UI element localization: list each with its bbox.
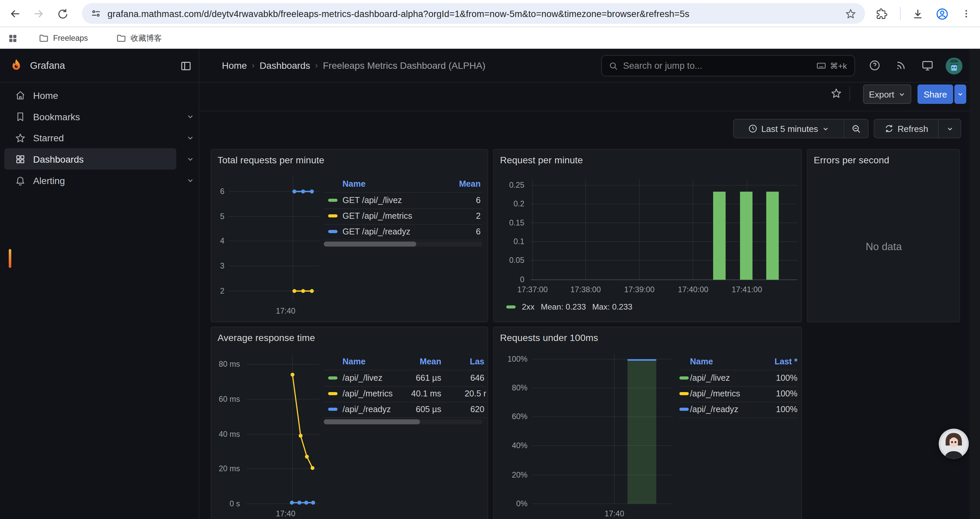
- bookmark-label[interactable]: 收藏博客: [131, 33, 162, 43]
- kiosk-monitor-icon[interactable]: [921, 59, 934, 72]
- forward-icon[interactable]: [31, 6, 46, 21]
- breadcrumb-current: Freeleaps Metrics Dashboard (ALPHA): [323, 60, 485, 71]
- reload-icon[interactable]: [55, 6, 70, 21]
- news-rss-icon[interactable]: [895, 59, 907, 72]
- legend-header-last[interactable]: Last *: [775, 357, 797, 366]
- url-bar[interactable]: grafana.mathmast.com/d/deytv4rwavabkb/fr…: [82, 3, 865, 24]
- series-color-pill[interactable]: [328, 230, 337, 233]
- share-dropdown-button[interactable]: [954, 85, 966, 104]
- bookmark-star-icon[interactable]: [845, 8, 856, 19]
- bookmark-folder-freeleaps[interactable]: Freeleaps: [39, 31, 88, 46]
- legend-mean: 6: [476, 227, 480, 236]
- chevron-down-icon[interactable]: [186, 176, 194, 184]
- series-color-pill[interactable]: [679, 376, 689, 379]
- x-tick: 17:40: [276, 509, 296, 518]
- legend-header-mean[interactable]: Mean: [459, 179, 480, 189]
- chevron-down-icon[interactable]: [186, 155, 194, 163]
- url-text[interactable]: grafana.mathmast.com/d/deytv4rwavabkb/fr…: [107, 8, 689, 18]
- legend-name[interactable]: /api/_/metrics: [690, 389, 740, 398]
- panel-title[interactable]: Request per minute: [500, 155, 583, 165]
- export-button[interactable]: Export: [863, 85, 911, 104]
- apps-grid-icon[interactable]: [7, 31, 18, 46]
- y-tick: 40%: [512, 441, 528, 450]
- timeseries-chart[interactable]: [246, 355, 319, 508]
- series-color-pill[interactable]: [328, 199, 337, 202]
- search-input[interactable]: Search or jump to... ⌘+k: [601, 55, 855, 77]
- toolbar-divider: [900, 7, 900, 20]
- legend-last: 100%: [776, 374, 797, 383]
- legend-name[interactable]: /api/_/readyz: [342, 404, 391, 414]
- legend-header-mean[interactable]: Mean: [420, 357, 441, 366]
- star-dashboard-icon[interactable]: [830, 88, 842, 99]
- share-button[interactable]: Share: [918, 85, 953, 104]
- legend-name[interactable]: /api/_/livez: [342, 374, 383, 383]
- legend-name[interactable]: /api/_/readyz: [690, 404, 738, 414]
- legend-name[interactable]: /api/_/livez: [690, 374, 730, 383]
- refresh-interval-dropdown[interactable]: [939, 119, 961, 138]
- legend-name[interactable]: /api/_/metrics: [342, 389, 393, 398]
- panel-title[interactable]: Requests under 100ms: [500, 332, 598, 343]
- legend-name[interactable]: GET /api/_/readyz: [342, 227, 410, 236]
- series-color-pill[interactable]: [328, 408, 337, 411]
- legend-name[interactable]: GET /api/_/metrics: [342, 211, 412, 220]
- chevron-down-icon[interactable]: [186, 134, 194, 142]
- legend-header-name[interactable]: Name: [342, 357, 366, 366]
- sidebar-item-starred[interactable]: Starred: [4, 127, 176, 148]
- series-color-pill[interactable]: [506, 305, 516, 308]
- breadcrumb-dashboards[interactable]: Dashboards: [259, 60, 310, 71]
- help-icon[interactable]: [869, 59, 881, 72]
- browser-toolbar: grafana.mathmast.com/d/deytv4rwavabkb/fr…: [0, 0, 980, 27]
- breadcrumb-separator: ›: [247, 61, 259, 70]
- legend-last: 100%: [776, 404, 797, 414]
- refresh-button[interactable]: Refresh: [873, 119, 939, 138]
- legend-max: Max: 0.233: [592, 302, 632, 311]
- search-shortcut: ⌘+k: [830, 61, 847, 70]
- time-range-picker[interactable]: Last 5 minutes: [733, 119, 845, 138]
- breadcrumb-separator: ›: [310, 61, 323, 70]
- extensions-icon[interactable]: [874, 6, 889, 21]
- breadcrumb-home[interactable]: Home: [222, 60, 247, 71]
- legend-header-name[interactable]: Name: [690, 357, 713, 366]
- series-color-pill[interactable]: [679, 392, 689, 395]
- legend-name[interactable]: GET /api/_/livez: [342, 196, 402, 205]
- dock-menu-icon[interactable]: [180, 60, 192, 72]
- user-avatar[interactable]: [946, 57, 963, 75]
- timeseries-chart[interactable]: [229, 176, 320, 304]
- zoom-out-button[interactable]: [844, 119, 869, 138]
- series-color-pill[interactable]: [679, 408, 689, 411]
- sidebar-item-bookmarks[interactable]: Bookmarks: [4, 106, 176, 127]
- legend-header-name[interactable]: Name: [342, 179, 366, 189]
- legend-name[interactable]: 2xx: [522, 302, 535, 311]
- series-color-pill[interactable]: [328, 376, 337, 379]
- y-tick: 40 ms: [219, 430, 240, 439]
- panel-title[interactable]: Average response time: [218, 332, 315, 343]
- legend-header-last[interactable]: Las: [470, 357, 485, 366]
- panel-title[interactable]: Total requests per minute: [218, 155, 324, 165]
- legend-scrollbar[interactable]: [324, 241, 483, 246]
- browser-menu-icon[interactable]: [959, 6, 974, 21]
- sidebar-item-dashboards[interactable]: Dashboards: [4, 148, 176, 170]
- site-settings-icon[interactable]: [91, 8, 102, 19]
- bookmark-label[interactable]: Freeleaps: [53, 34, 88, 42]
- bookmark-folder-blogs[interactable]: 收藏博客: [116, 31, 162, 46]
- brand-label[interactable]: Grafana: [30, 60, 65, 72]
- y-tick: 0 s: [229, 499, 240, 508]
- download-icon[interactable]: [910, 6, 925, 21]
- series-color-pill[interactable]: [328, 214, 337, 217]
- back-icon[interactable]: [7, 6, 22, 21]
- panel-title[interactable]: Errors per second: [814, 155, 889, 165]
- chevron-down-icon[interactable]: [186, 112, 194, 120]
- profile-icon[interactable]: [934, 6, 949, 21]
- grafana-logo[interactable]: [9, 58, 24, 73]
- bar-chart[interactable]: [532, 355, 673, 508]
- legend-mean: 2: [476, 211, 480, 220]
- series-color-pill[interactable]: [328, 392, 337, 395]
- assistant-avatar[interactable]: [939, 428, 969, 458]
- sidebar-item-home[interactable]: Home: [4, 85, 176, 106]
- legend-scrollbar[interactable]: [324, 419, 483, 424]
- x-tick: 17:40: [605, 509, 624, 518]
- page-scrollbar[interactable]: [969, 49, 980, 519]
- bar-chart[interactable]: [531, 179, 797, 289]
- sidebar-item-alerting[interactable]: Alerting: [4, 170, 176, 191]
- y-tick: 2: [220, 287, 224, 295]
